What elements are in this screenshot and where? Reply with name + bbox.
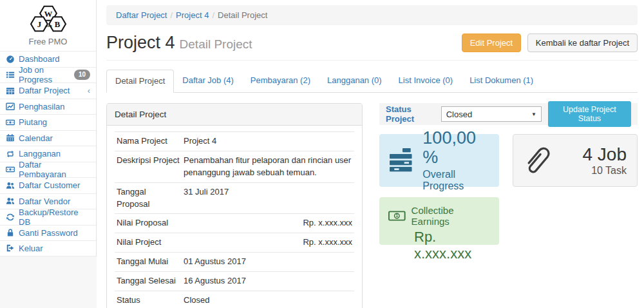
jwb-logo-icon: W J B .com: [13, 4, 84, 34]
panel-title: Detail Project: [107, 104, 362, 126]
tab-list-dokumen[interactable]: List Dokumen (1): [461, 70, 542, 93]
status-project-bar: Status Project Closed ▼ Update Project S…: [379, 103, 638, 125]
sidebar-item-daftar-vendor[interactable]: Daftar Vendor: [0, 193, 96, 209]
lock-icon: [6, 228, 15, 237]
page-header: Project 4Detail Project Edit Project Kem…: [106, 33, 638, 61]
table-row: Nama Project Project 4: [115, 132, 354, 151]
table-icon: [6, 86, 15, 95]
retweet-icon: [6, 149, 15, 159]
detail-project-panel: Detail Project Nama Project Project 4 De…: [106, 103, 363, 308]
back-to-list-button[interactable]: Kembali ke daftar Project: [527, 34, 638, 52]
table-row: Tanggal Mulai 01 Agustus 2017: [115, 253, 354, 272]
money-icon: 1: [388, 210, 406, 222]
deskripsi-project-value: Penambahan fitur pelaporan dan rincian u…: [182, 151, 354, 183]
money-icon: [6, 165, 15, 174]
table-row: Tanggal Selesai 16 Agustus 2017: [115, 271, 354, 291]
tab-langganan[interactable]: Langganan (0): [319, 70, 390, 93]
sidebar-item-calendar[interactable]: Calendar: [0, 130, 96, 146]
tab-pembayaran[interactable]: Pembayaran (2): [242, 70, 319, 93]
status-project-label: Status Project: [386, 104, 435, 124]
tab-list-invoice[interactable]: List Invoice (0): [390, 70, 462, 93]
sidebar-item-langganan[interactable]: Langganan: [0, 146, 96, 162]
sign-out-icon: [6, 244, 15, 253]
users-icon: [6, 197, 15, 206]
job-count-badge: 10: [74, 70, 90, 80]
nilai-proposal-value: Rp. x.xxx.xxx: [182, 214, 354, 233]
line-chart-icon: [6, 102, 15, 111]
main-content: Daftar Project/Project 4/Detail Project …: [97, 0, 644, 308]
svg-text:.com: .com: [44, 24, 52, 28]
chevron-left-icon: ‹: [88, 86, 90, 95]
nilai-project-value: Rp. x.xxx.xxx: [182, 233, 354, 253]
sidebar-item-backup-restore-db[interactable]: Backup/Restore DB: [0, 209, 96, 225]
tab-daftar-job[interactable]: Daftar Job (4): [174, 70, 242, 93]
calendar-icon: [6, 133, 15, 142]
tasks-caption: 10 Task: [583, 165, 627, 177]
status-select[interactable]: Closed ▼: [441, 106, 542, 122]
tab-detail-project[interactable]: Detail Project: [106, 70, 174, 93]
jobs-value: 4 Job: [583, 144, 627, 165]
refresh-icon: [6, 213, 15, 222]
svg-text:1: 1: [395, 214, 398, 219]
tanggal-selesai-value: 16 Agustus 2017: [182, 271, 354, 291]
paperclip-icon: [524, 142, 552, 178]
breadcrumb-project-4[interactable]: Project 4: [176, 10, 209, 20]
money-icon: [6, 118, 15, 127]
page-subtitle: Detail Project: [180, 37, 252, 51]
breadcrumb-current: Detail Project: [218, 10, 267, 20]
progress-caption: Overall Progress: [422, 169, 489, 192]
header-actions: Edit Project Kembali ke daftar Project: [462, 34, 638, 52]
page-title: Project 4Detail Project: [106, 33, 252, 53]
overall-progress-card: 100,00 % Overall Progress: [379, 134, 499, 187]
collectible-earnings-card: 1 Collectibe Earnings Rp. x.xxx.xxx: [379, 197, 499, 245]
table-row: Status Closed: [115, 291, 354, 308]
status-select-value: Closed: [446, 110, 472, 119]
sidebar-item-penghasilan[interactable]: Penghasilan: [0, 99, 96, 115]
sidebar-item-daftar-pembayaran[interactable]: Daftar Pembayaran: [0, 162, 96, 178]
update-project-status-button[interactable]: Update Project Status: [548, 101, 631, 127]
jobs-card: 4 Job 10 Task: [513, 134, 638, 187]
earnings-label: Collectibe Earnings: [412, 205, 491, 227]
sidebar: W J B .com Free PMO Dashboard Job on Pro…: [0, 0, 97, 256]
project-detail-table: Nama Project Project 4 Deskripsi Project…: [115, 131, 354, 308]
progress-value: 100,00 %: [422, 129, 489, 167]
dashboard-icon: [6, 55, 15, 64]
tanggal-mulai-value: 01 Agustus 2017: [182, 253, 354, 272]
breadcrumb: Daftar Project/Project 4/Detail Project: [106, 5, 638, 25]
table-row: Nilai Proposal Rp. x.xxx.xxx: [115, 214, 354, 233]
earnings-value: Rp. x.xxx.xxx: [414, 229, 490, 262]
sidebar-item-dashboard[interactable]: Dashboard: [0, 51, 96, 67]
table-row: Tanggal Proposal 31 Juli 2017: [115, 182, 354, 214]
tasks-icon: [6, 70, 15, 79]
nama-project-value: Project 4: [182, 132, 354, 151]
edit-project-button[interactable]: Edit Project: [462, 34, 521, 52]
sidebar-item-daftar-project[interactable]: Daftar Project ‹: [0, 82, 96, 99]
breadcrumb-daftar-project[interactable]: Daftar Project: [116, 10, 167, 20]
sidebar-item-daftar-customer[interactable]: Daftar Customer: [0, 177, 96, 193]
sidebar-item-job-on-progress[interactable]: Job on Progress 10: [0, 67, 96, 83]
select-caret-icon: ▼: [531, 111, 536, 117]
brand-name: Free PMO: [0, 37, 96, 46]
progress-bars-icon: [390, 147, 413, 174]
tab-bar: Detail Project Daftar Job (4) Pembayaran…: [106, 70, 638, 93]
svg-text:J: J: [37, 20, 41, 29]
sidebar-item-ganti-password[interactable]: Ganti Password: [0, 225, 96, 241]
svg-text:W: W: [44, 10, 52, 19]
sidebar-item-piutang[interactable]: Piutang: [0, 114, 96, 130]
users-icon: [6, 181, 15, 190]
table-row: Nilai Project Rp. x.xxx.xxx: [115, 233, 354, 253]
sidebar-item-keluar[interactable]: Keluar: [0, 240, 96, 256]
status-value: Closed: [182, 291, 354, 308]
svg-text:B: B: [54, 20, 60, 29]
table-row: Deskripsi Project Penambahan fitur pelap…: [115, 151, 354, 183]
app-logo: W J B .com Free PMO: [0, 0, 96, 51]
tanggal-proposal-value: 31 Juli 2017: [182, 182, 354, 214]
